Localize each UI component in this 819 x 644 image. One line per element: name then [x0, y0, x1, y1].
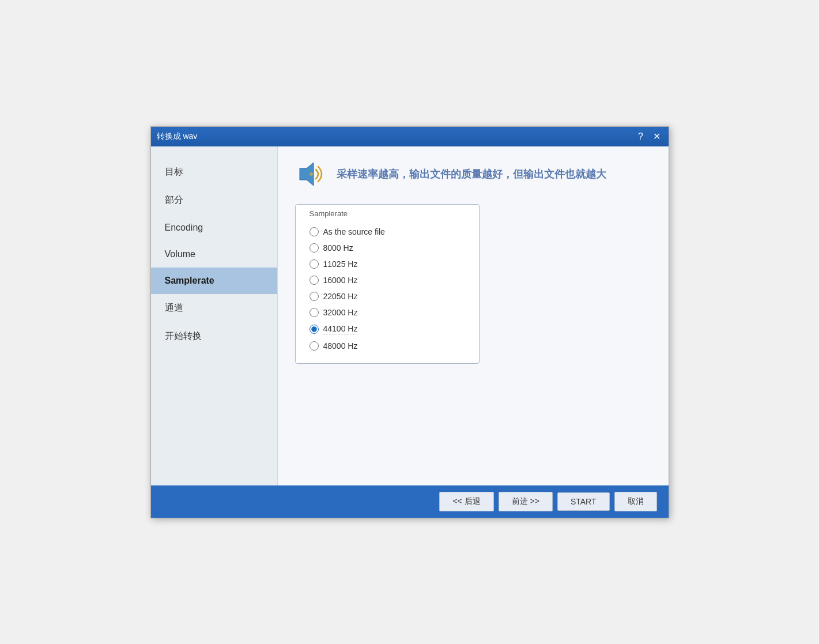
close-button[interactable]: ✕ — [651, 131, 663, 142]
sidebar-item-samplerate[interactable]: Samplerate — [151, 268, 277, 294]
info-text: 采样速率越高，输出文件的质量越好，但输出文件也就越大 — [337, 167, 606, 181]
radio-22050-input[interactable] — [310, 292, 319, 301]
samplerate-title: Samplerate — [310, 209, 465, 218]
radio-16000[interactable]: 16000 Hz — [310, 272, 465, 288]
radio-44100[interactable]: 44100 Hz — [310, 321, 465, 338]
back-button[interactable]: << 后退 — [439, 492, 493, 511]
main-window: 转换成 wav ? ✕ 目标 部分 Encoding Volume Sample… — [150, 126, 669, 518]
samplerate-group: Samplerate As the source file 8000 Hz 11… — [295, 204, 480, 364]
speaker-icon — [295, 158, 327, 190]
cancel-button[interactable]: 取消 — [614, 492, 657, 511]
radio-48000-input[interactable] — [310, 341, 319, 351]
sidebar-item-encoding[interactable]: Encoding — [151, 214, 277, 241]
radio-11025[interactable]: 11025 Hz — [310, 256, 465, 272]
footer: << 后退 前进 >> START 取消 — [151, 485, 669, 518]
info-bar: 采样速率越高，输出文件的质量越好，但输出文件也就越大 — [295, 158, 651, 190]
main-content: 采样速率越高，输出文件的质量越好，但输出文件也就越大 Samplerate As… — [278, 146, 669, 485]
radio-11025-input[interactable] — [310, 259, 319, 269]
content-area: 目标 部分 Encoding Volume Samplerate 通道 开始转换 — [151, 146, 669, 485]
radio-16000-input[interactable] — [310, 276, 319, 285]
titlebar: 转换成 wav ? ✕ — [151, 127, 669, 146]
radio-source-input[interactable] — [310, 227, 319, 236]
next-button[interactable]: 前进 >> — [499, 492, 553, 511]
radio-source[interactable]: As the source file — [310, 224, 465, 240]
sidebar-item-bufen[interactable]: 部分 — [151, 186, 277, 214]
radio-8000-input[interactable] — [310, 243, 319, 253]
radio-32000-input[interactable] — [310, 308, 319, 317]
sidebar: 目标 部分 Encoding Volume Samplerate 通道 开始转换 — [151, 146, 278, 485]
sidebar-item-volume[interactable]: Volume — [151, 241, 277, 268]
titlebar-buttons: ? ✕ — [635, 131, 663, 142]
help-button[interactable]: ? — [635, 131, 647, 142]
sidebar-item-kaishi[interactable]: 开始转换 — [151, 322, 277, 351]
svg-point-1 — [310, 172, 313, 176]
radio-44100-input[interactable] — [310, 325, 319, 334]
radio-8000[interactable]: 8000 Hz — [310, 240, 465, 256]
sidebar-item-muban[interactable]: 目标 — [151, 158, 277, 186]
radio-48000[interactable]: 48000 Hz — [310, 338, 465, 354]
sidebar-item-tongdao[interactable]: 通道 — [151, 294, 277, 322]
window-title: 转换成 wav — [157, 131, 198, 142]
start-button[interactable]: START — [557, 492, 610, 511]
radio-32000[interactable]: 32000 Hz — [310, 304, 465, 321]
radio-22050[interactable]: 22050 Hz — [310, 288, 465, 304]
